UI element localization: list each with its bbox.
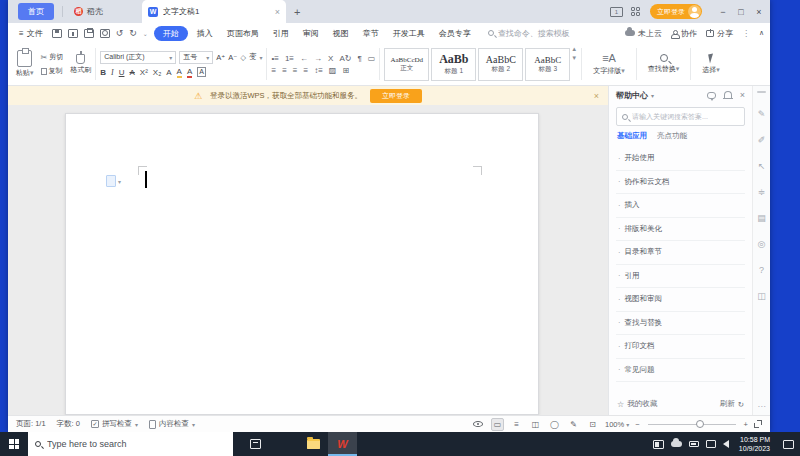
- command-search-input[interactable]: [498, 29, 584, 38]
- styles-scroll-up-icon[interactable]: ▲: [571, 46, 577, 52]
- bell-icon[interactable]: [724, 91, 732, 99]
- task-view-button[interactable]: [241, 432, 270, 456]
- paragraph-button[interactable]: 1≡: [285, 54, 294, 63]
- save-icon[interactable]: [52, 29, 62, 38]
- close-window-button[interactable]: ×: [750, 7, 768, 17]
- print-icon[interactable]: [84, 29, 94, 38]
- file-explorer-button[interactable]: [299, 432, 328, 456]
- ribbon-tab[interactable]: 插入: [190, 26, 220, 41]
- onedrive-tray-icon[interactable]: [671, 441, 682, 447]
- read-mode-icon[interactable]: ◫: [753, 283, 770, 309]
- shrink-font-button[interactable]: A⁻: [228, 53, 237, 62]
- zoom-slider[interactable]: [648, 424, 736, 425]
- undo-icon[interactable]: ↺: [116, 28, 124, 38]
- paragraph-button[interactable]: •≡: [271, 54, 278, 63]
- help-search-box[interactable]: [616, 107, 745, 126]
- command-search[interactable]: [488, 29, 584, 38]
- maximize-button[interactable]: □: [732, 7, 750, 17]
- help-topic-item[interactable]: · 插入: [616, 194, 745, 218]
- web-layout-button[interactable]: ◯: [548, 418, 561, 431]
- edge-taskbar-button[interactable]: [270, 432, 299, 456]
- edit-pen-icon[interactable]: ✐: [753, 127, 770, 153]
- taskbar-search-input[interactable]: [47, 439, 226, 449]
- paragraph-button[interactable]: ▭: [368, 54, 376, 63]
- alignment-button[interactable]: ≡: [293, 66, 298, 75]
- font-style-button[interactable]: X²: [140, 68, 148, 77]
- copy-button[interactable]: 复制: [41, 66, 63, 76]
- ribbon-tab[interactable]: 视图: [326, 26, 356, 41]
- panel-drag-handle[interactable]: [757, 91, 766, 93]
- apps-grid-icon[interactable]: [631, 7, 640, 16]
- customize-toolbar-icon[interactable]: ⌄: [143, 30, 148, 37]
- styles-scroll-down-icon[interactable]: ▼: [571, 55, 577, 61]
- ribbon-tab[interactable]: 章节: [356, 26, 386, 41]
- cloud-status[interactable]: 未上云: [625, 28, 662, 39]
- refresh-icon[interactable]: ↻: [738, 400, 744, 409]
- alignment-button[interactable]: ≡: [282, 66, 287, 75]
- help-topic-item[interactable]: · 视图和审阅: [616, 288, 745, 312]
- network-tray-icon[interactable]: [706, 440, 716, 448]
- font-style-button[interactable]: U: [119, 68, 125, 77]
- eye-protection-icon[interactable]: [473, 421, 483, 427]
- word-count[interactable]: 字数: 0: [57, 419, 80, 429]
- alignment-button[interactable]: ≡: [271, 66, 276, 75]
- font-style-button[interactable]: A: [197, 67, 206, 77]
- refresh-link[interactable]: 刷新: [720, 399, 735, 409]
- read-layout-button[interactable]: ◫: [529, 418, 542, 431]
- taskbar-search[interactable]: [28, 432, 233, 456]
- ribbon-tab[interactable]: 审阅: [296, 26, 326, 41]
- fit-page-button[interactable]: ⊡: [586, 418, 599, 431]
- grow-font-button[interactable]: A⁺: [216, 53, 225, 62]
- tab-docer[interactable]: 稻 稻壳: [65, 0, 112, 23]
- collaborate-button[interactable]: 协作: [671, 28, 697, 39]
- minimize-button[interactable]: −: [714, 7, 732, 17]
- ribbon-tab[interactable]: 引用: [266, 26, 296, 41]
- select-cursor-icon[interactable]: ↖: [753, 153, 770, 179]
- outline-view-button[interactable]: ≡: [510, 418, 523, 431]
- help-topic-item[interactable]: · 开始使用: [616, 147, 745, 171]
- more-options-icon[interactable]: ⋮: [742, 29, 750, 38]
- cut-button[interactable]: ✂ 剪切: [41, 52, 64, 62]
- action-center-icon[interactable]: [783, 440, 794, 449]
- ribbon-tab[interactable]: 开始: [154, 26, 188, 41]
- volume-tray-icon[interactable]: [723, 440, 729, 448]
- format-painter-button[interactable]: 格式刷: [70, 54, 91, 75]
- paragraph-button[interactable]: X: [328, 54, 333, 63]
- alignment-button[interactable]: ↕≡: [314, 66, 323, 75]
- collapse-ribbon-icon[interactable]: ∧: [759, 29, 764, 37]
- zoom-out-button[interactable]: −: [635, 420, 639, 429]
- more-tools-icon[interactable]: ⋯: [758, 402, 766, 411]
- style-preset[interactable]: AaBb 标题 1: [431, 48, 476, 81]
- export-icon[interactable]: [68, 29, 78, 38]
- style-preset[interactable]: AaBbC 标题 3: [525, 48, 570, 81]
- page-view-button[interactable]: ▭: [491, 418, 504, 431]
- paragraph-button[interactable]: ←: [300, 54, 308, 63]
- font-style-button[interactable]: B: [100, 68, 106, 77]
- paragraph-button[interactable]: →: [314, 54, 322, 63]
- adjust-slider-icon[interactable]: ≑: [753, 179, 770, 205]
- widgets-tray-icon[interactable]: [653, 440, 664, 449]
- paragraph-button[interactable]: A↻: [339, 54, 351, 63]
- style-preset[interactable]: AaBbC 标题 2: [478, 48, 523, 81]
- signature-pen-icon[interactable]: ✎: [753, 101, 770, 127]
- tab-highlight-features[interactable]: 亮点功能: [657, 131, 687, 141]
- window-manager-icon[interactable]: 1: [610, 7, 623, 17]
- select-button[interactable]: 选择▾: [695, 46, 727, 82]
- paste-button[interactable]: 粘贴▾: [16, 50, 34, 78]
- dropdown-icon[interactable]: ▾: [651, 92, 654, 99]
- content-check-toggle[interactable]: 内容检查 ▾: [149, 419, 195, 429]
- font-style-button[interactable]: I: [111, 68, 114, 77]
- wps-taskbar-button[interactable]: W: [328, 432, 357, 456]
- ribbon-tab[interactable]: 页面布局: [220, 26, 266, 41]
- text-typeset-button[interactable]: ≡A 文字排版▾: [586, 46, 632, 82]
- alignment-button[interactable]: ≡: [303, 66, 308, 75]
- zoom-slider-knob[interactable]: [696, 420, 704, 428]
- login-button[interactable]: 立即登录: [650, 4, 702, 19]
- font-size-select[interactable]: 五号 ▾: [179, 51, 213, 64]
- zoom-level[interactable]: 100% ▾: [605, 420, 629, 429]
- help-topic-item[interactable]: · 协作和云文档: [616, 171, 745, 195]
- share-button[interactable]: 分享: [706, 28, 733, 39]
- new-tab-button[interactable]: +: [294, 6, 300, 18]
- help-topic-item[interactable]: · 常见问题: [616, 359, 745, 383]
- help-topic-item[interactable]: · 排版和美化: [616, 218, 745, 242]
